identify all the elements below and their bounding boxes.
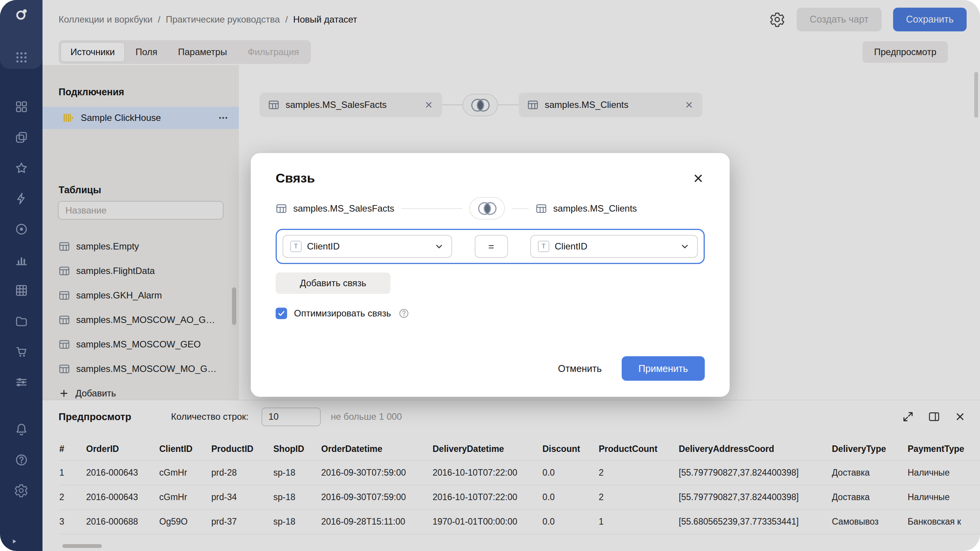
table-cell: Наличные: [908, 485, 980, 509]
settings-gear-icon[interactable]: [15, 484, 28, 497]
list-item-table[interactable]: samples.GKH_Alarm: [42, 283, 239, 308]
monitoring-target-icon[interactable]: [15, 222, 28, 236]
create-chart-button[interactable]: Создать чарт: [797, 8, 882, 31]
column-header: ProductID: [211, 438, 273, 460]
optimize-row: Оптимизировать связь: [276, 308, 705, 319]
breadcrumb-collections[interactable]: Коллекции и воркбуки: [59, 14, 152, 25]
join-type-indicator[interactable]: [462, 94, 498, 116]
rail-bottom: [0, 422, 42, 497]
connection-menu-icon[interactable]: [217, 112, 229, 124]
dashboards-icon[interactable]: [15, 100, 28, 114]
tab-fields[interactable]: Поля: [126, 42, 167, 62]
row-count-input[interactable]: [261, 408, 321, 426]
chevron-down-icon: [679, 241, 690, 252]
save-button[interactable]: Сохранить: [893, 8, 967, 31]
scrollbar-thumb[interactable]: [974, 72, 978, 118]
right-field-value: ClientID: [555, 241, 587, 252]
apps-grid-icon[interactable]: [15, 51, 28, 64]
scrollbar-thumb[interactable]: [232, 287, 236, 325]
table-cell: 2016-10-10T07:22:00: [433, 460, 542, 485]
optimize-checkbox[interactable]: [276, 308, 287, 319]
collections-icon[interactable]: [15, 130, 28, 144]
column-header: ShopID: [273, 438, 321, 460]
table-icon: [59, 290, 70, 301]
left-field-value: ClientID: [307, 241, 340, 252]
table-cell: 2: [599, 460, 679, 485]
table-cell: sp-18: [273, 509, 321, 534]
settings-sliders-icon[interactable]: [15, 375, 28, 389]
close-icon[interactable]: [692, 172, 705, 185]
table-cell: 2016-10-10T07:22:00: [433, 485, 542, 509]
join-type-toggle[interactable]: [469, 197, 505, 220]
table-icon: [59, 241, 70, 252]
connection-item[interactable]: Sample ClickHouse: [42, 107, 239, 129]
close-icon[interactable]: [424, 100, 434, 110]
preview-toggle-button[interactable]: Предпросмотр: [862, 41, 948, 63]
canvas-table-chip-salesfacts[interactable]: samples.MS_SalesFacts: [260, 93, 442, 117]
table-cell: [55.797790827,37.824400398]: [679, 460, 832, 485]
canvas-table-chip-clients[interactable]: samples.MS_Clients: [519, 93, 702, 117]
table-cell: Og59O: [159, 509, 211, 534]
chip-label: samples.MS_SalesFacts: [286, 99, 387, 110]
column-header: OrderDatetime: [321, 438, 433, 460]
collapse-arrow-icon[interactable]: [9, 536, 19, 546]
close-icon[interactable]: [954, 411, 966, 423]
left-field-select[interactable]: T ClientID: [283, 235, 452, 258]
help-icon[interactable]: [398, 308, 410, 319]
join-connector-line: [401, 208, 462, 209]
column-header: DeliveryDatetime: [433, 438, 542, 460]
table-icon: [276, 203, 287, 214]
modal-right-table: samples.MS_Clients: [536, 203, 637, 214]
inner-join-icon: [468, 97, 493, 114]
expand-icon[interactable]: [902, 411, 914, 423]
right-field-select[interactable]: T ClientID: [530, 235, 698, 258]
apply-button[interactable]: Применить: [622, 356, 705, 381]
help-icon[interactable]: [15, 453, 28, 467]
join-operator-select[interactable]: =: [475, 235, 508, 258]
list-item-table[interactable]: samples.MS_MOSCOW_MO_G…: [42, 357, 239, 381]
tab-sources[interactable]: Источники: [60, 42, 125, 62]
datalens-logo[interactable]: [15, 8, 28, 21]
breadcrumb-guides[interactable]: Практические руководства: [166, 14, 280, 25]
connections-panel: Подключения Sample ClickHouse Таблицы sa…: [42, 65, 239, 400]
modal-footer: Отменить Применить: [276, 356, 705, 381]
breadcrumb-current-page: Новый датасет: [293, 14, 357, 25]
field-type-string-icon: T: [538, 241, 549, 252]
column-header: PaymentType: [908, 438, 980, 460]
tab-parameters[interactable]: Параметры: [168, 42, 237, 62]
list-item-table[interactable]: samples.MS_MOSCOW_AO_G…: [42, 308, 239, 332]
table-cell: 2: [599, 485, 679, 509]
table-search-input[interactable]: [58, 201, 224, 220]
table-cell: prd-34: [211, 485, 273, 509]
table-icon: [536, 203, 547, 214]
cancel-button[interactable]: Отменить: [549, 356, 611, 381]
favorites-star-icon[interactable]: [15, 161, 28, 175]
editor-lightning-icon[interactable]: [15, 192, 28, 205]
add-link-button[interactable]: Добавить связь: [276, 272, 390, 294]
list-item-table[interactable]: samples.Empty: [42, 234, 239, 259]
modal-left-table: samples.MS_SalesFacts: [276, 203, 394, 214]
gear-icon[interactable]: [770, 12, 785, 27]
table-cell: 2: [59, 485, 86, 509]
table-cell: 0.0: [542, 485, 599, 509]
table-header-row: # OrderID ClientID ProductID ShopID Orde…: [59, 438, 980, 460]
tab-filtering[interactable]: Фильтрация: [238, 42, 309, 62]
table-cell: [55.797790827,37.824400398]: [679, 485, 832, 509]
table-cell: 2016-09-30T07:59:00: [321, 485, 433, 509]
list-item-table[interactable]: samples.FlightData: [42, 259, 239, 283]
horizontal-scrollbar-thumb[interactable]: [62, 544, 102, 548]
list-item-table[interactable]: samples.MS_MOSCOW_GEO: [42, 332, 239, 357]
notifications-bell-icon[interactable]: [15, 422, 28, 436]
table-row: 3 2016-000688 Og59O prd-37 sp-18 2016-09…: [59, 509, 980, 534]
close-icon[interactable]: [684, 100, 694, 110]
table-list: samples.Empty samples.FlightData samples…: [42, 234, 239, 381]
table-cell: Доставка: [832, 460, 908, 485]
column-header: ProductCount: [599, 438, 679, 460]
charts-icon[interactable]: [15, 253, 28, 267]
marketplace-cart-icon[interactable]: [15, 345, 28, 359]
storage-folder-icon[interactable]: [15, 314, 28, 328]
split-view-icon[interactable]: [928, 411, 940, 423]
datasets-grid-icon[interactable]: [15, 284, 28, 297]
column-header: OrderID: [86, 438, 159, 460]
table-cell: Самовывоз: [832, 509, 908, 534]
